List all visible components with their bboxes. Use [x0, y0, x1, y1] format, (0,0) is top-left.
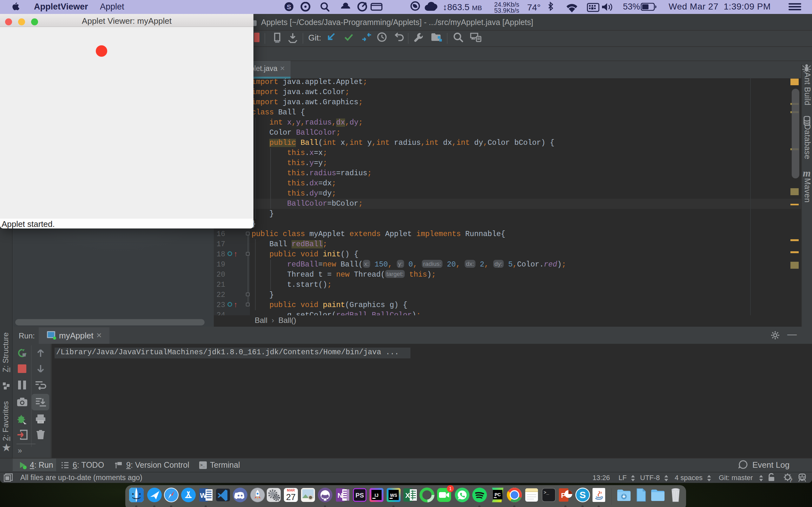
svg-text:>_: >_ — [200, 463, 205, 468]
svg-text:MAR: MAR — [287, 488, 295, 492]
svg-text:74°: 74° — [527, 3, 541, 12]
svg-text:N: N — [338, 492, 343, 499]
svg-text:PC: PC — [495, 492, 501, 497]
svg-text:S: S — [287, 3, 291, 10]
svg-text:IJ: IJ — [374, 493, 379, 498]
svg-text:S: S — [579, 490, 586, 500]
svg-text:↕863.5: ↕863.5 — [443, 2, 469, 12]
svg-text:W: W — [200, 492, 207, 499]
svg-text:WS: WS — [390, 493, 397, 498]
svg-text:53.9Kb/s: 53.9Kb/s — [494, 7, 519, 13]
svg-text:27: 27 — [286, 493, 296, 502]
svg-text:?: ? — [789, 477, 793, 483]
svg-text:>_: >_ — [544, 490, 549, 495]
svg-text:X: X — [405, 492, 410, 499]
svg-text:MB: MB — [472, 4, 482, 11]
svg-text:PS: PS — [356, 492, 364, 499]
svg-text:P: P — [561, 492, 566, 499]
